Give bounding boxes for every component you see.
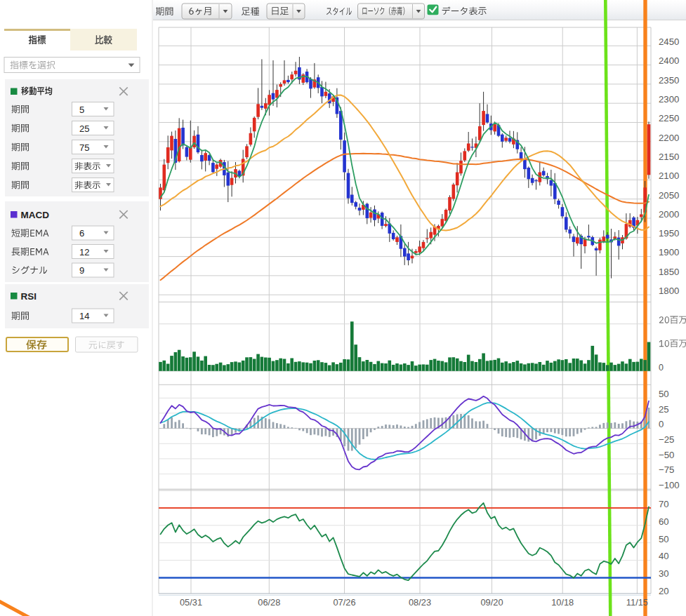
svg-text:30: 30	[659, 568, 669, 579]
svg-text:2400: 2400	[659, 55, 679, 66]
svg-text:1900: 1900	[659, 247, 679, 257]
svg-text:50: 50	[659, 389, 669, 399]
svg-text:−25: −25	[659, 434, 674, 445]
svg-text:−75: −75	[659, 464, 674, 475]
svg-text:2350: 2350	[659, 75, 679, 86]
svg-text:08/23: 08/23	[409, 597, 431, 608]
svg-text:5: 5	[79, 105, 84, 115]
svg-text:25: 25	[79, 123, 89, 134]
svg-text:2200: 2200	[659, 133, 679, 143]
svg-text:70: 70	[659, 499, 669, 509]
svg-text:2450: 2450	[659, 36, 679, 47]
svg-text:0: 0	[659, 363, 664, 373]
svg-text:07/26: 07/26	[333, 597, 355, 608]
svg-text:MACD: MACD	[21, 210, 50, 220]
svg-text:06/28: 06/28	[258, 597, 280, 608]
svg-text:2050: 2050	[659, 190, 679, 201]
svg-text:2100: 2100	[659, 170, 679, 181]
svg-text:1950: 1950	[659, 228, 679, 239]
svg-text:75: 75	[79, 142, 89, 153]
svg-text:10/18: 10/18	[551, 597, 574, 608]
svg-text:40: 40	[659, 551, 669, 561]
svg-text:RSI: RSI	[21, 291, 37, 302]
svg-text:2250: 2250	[659, 113, 679, 123]
svg-text:0: 0	[659, 419, 664, 429]
svg-text:−100: −100	[659, 480, 680, 490]
svg-text:1800: 1800	[659, 286, 679, 296]
svg-text:−50: −50	[659, 450, 674, 460]
svg-text:60: 60	[659, 516, 669, 527]
svg-text:20: 20	[659, 586, 669, 596]
svg-text:14: 14	[79, 311, 89, 321]
svg-text:25: 25	[659, 404, 669, 415]
svg-text:05/31: 05/31	[180, 597, 202, 608]
svg-text:11/15: 11/15	[626, 597, 648, 608]
svg-text:12: 12	[79, 247, 89, 257]
svg-text:09/20: 09/20	[480, 597, 503, 608]
svg-text:2300: 2300	[659, 94, 679, 105]
svg-text:2000: 2000	[659, 209, 679, 220]
svg-text:2150: 2150	[659, 152, 679, 162]
svg-text:6: 6	[79, 228, 84, 239]
svg-text:1850: 1850	[659, 267, 679, 277]
svg-text:9: 9	[79, 265, 84, 276]
svg-text:50: 50	[659, 534, 669, 544]
